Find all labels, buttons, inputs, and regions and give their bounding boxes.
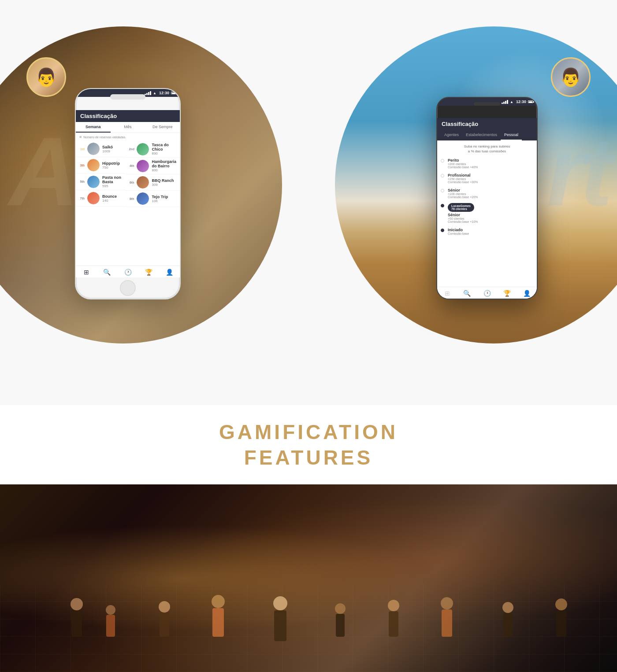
nav-profile[interactable]: 👤 [159, 269, 180, 276]
tab-estabelecimentos[interactable]: Estabelecimentos [462, 130, 501, 140]
level-info-profissional: Profissional >150 clientes Comissão base… [448, 173, 533, 184]
status-bar-left: ▲ 12:30 [76, 89, 180, 97]
phone-tabs-left: Semana Mês De Sempre [76, 122, 180, 133]
ranking-list: 1st Saikó 1009 3th Hippotrip 750 [76, 141, 180, 266]
profile-icon: 👤 [166, 269, 173, 276]
search-icon-right: 🔍 [463, 290, 471, 297]
level-info-senior-top: Sénior >100 clientes Comissão base +20% [448, 188, 533, 199]
home-icon: ⊞ [84, 269, 89, 276]
level-perito: Perito >200 clientes Comissão base +40% [441, 158, 533, 169]
avatar-right: 👨 [551, 57, 591, 97]
nav-clock-right[interactable]: 🕐 [477, 290, 497, 297]
tab-pessoal[interactable]: Pessoal [501, 130, 522, 140]
tab-de-sempre[interactable]: De Sempre [145, 122, 180, 133]
level-info-iniciado: Iniciado Comissão base [448, 228, 533, 235]
status-bar-right: ▲ 12:30 [437, 98, 537, 106]
deco-text-right: rt [547, 123, 608, 220]
item-info: Hippotrip 750 [102, 161, 122, 170]
list-item: 6th BBQ Ranch 309 [125, 174, 180, 191]
bottom-section [0, 484, 617, 672]
ranking-tabs: Agentes Estabelecimentos Pessoal [437, 130, 537, 140]
list-item: 4th Hamburgaria do Bairro 800 [125, 158, 180, 174]
nav-trophy-right[interactable]: 🏆 [497, 290, 517, 297]
item-count: 750 [102, 166, 122, 170]
list-header-left: Número de reservas validadas. [76, 133, 180, 141]
level-info-perito: Perito >200 clientes Comissão base +40% [448, 158, 533, 169]
list-item: 3th Hippotrip 750 [76, 157, 125, 174]
mid-section: GAMIFICATION FEATURES [0, 405, 617, 484]
clock-icon-right: 🕐 [483, 290, 491, 297]
level-dot-senior-active [441, 204, 444, 207]
item-avatar [87, 159, 100, 171]
clock-icon: 🕐 [124, 269, 132, 276]
rank-label: 8th [129, 197, 134, 200]
item-avatar [137, 192, 149, 205]
tab-semana[interactable]: Semana [76, 122, 111, 133]
list-item: 5th Pasta non Basta 595 [76, 174, 125, 190]
level-senior-top: Sénior >100 clientes Comissão base +20% [441, 188, 533, 199]
dancer-4 [212, 595, 225, 637]
nav-trophy[interactable]: 🏆 [138, 269, 159, 276]
status-time-right: 12:30 [516, 100, 526, 104]
level-info-senior-active: LucasGomes78 clientes Sénior >50 cliente… [448, 203, 533, 223]
item-name: Tejo Trip [152, 195, 176, 199]
phone-screen-right: Classificação Agentes Estabelecimentos P… [437, 118, 537, 299]
rank-label: 3th [79, 164, 85, 167]
list-item: 1st Saikó 1009 [76, 141, 125, 157]
dancer-3 [159, 601, 170, 637]
item-count: 1009 [102, 149, 122, 153]
home-icon-right: ⊞ [445, 290, 450, 297]
rank-label: 1st [79, 148, 85, 151]
search-icon: 🔍 [103, 269, 111, 276]
tab-agentes[interactable]: Agentes [441, 130, 462, 140]
rank-label: 2nd [129, 148, 134, 151]
wifi-icon: ▲ [153, 91, 156, 95]
list-item: 7th Bounce 140 [76, 190, 125, 207]
item-name: Bounce [102, 194, 122, 199]
signal-icon-right [502, 100, 508, 104]
phone-header-left: Classificação [76, 110, 180, 122]
dancer-2 [106, 605, 115, 637]
status-time-left: 12:30 [159, 91, 169, 95]
iphone-home-button[interactable] [120, 280, 136, 296]
phone-left: ▲ 12:30 Classificação Semana Mês De Semp… [75, 88, 181, 299]
header-title-left: Classificação [80, 113, 117, 119]
tab-mes[interactable]: Mês [111, 122, 145, 133]
user-bubble: LucasGomes78 clientes [448, 203, 474, 212]
item-name: Pasta non Basta [102, 175, 122, 184]
dancer-7 [388, 600, 399, 637]
battery-icon-right [528, 100, 533, 103]
nav-search[interactable]: 🔍 [97, 269, 117, 276]
nav-profile-right[interactable]: 👤 [517, 290, 537, 297]
ranking-body: Suba no ranking para subiresa % das tuas… [437, 140, 537, 287]
dancer-1 [71, 598, 83, 637]
nav-search-right[interactable]: 🔍 [457, 290, 477, 297]
header-title-right: Classificação [442, 121, 478, 127]
gamification-title: GAMIFICATION [219, 420, 398, 444]
nav-home[interactable]: ⊞ [76, 269, 97, 276]
item-count: 890 [152, 151, 176, 155]
bottom-nav-left: ⊞ 🔍 🕐 🏆 👤 [76, 266, 180, 277]
item-avatar [87, 192, 100, 204]
item-avatar [137, 143, 149, 155]
item-info: Bounce 140 [102, 194, 122, 203]
ranking-col-left: 1st Saikó 1009 3th Hippotrip 750 [76, 141, 125, 266]
item-name: Hippotrip [102, 161, 122, 166]
item-name: Saikó [102, 145, 122, 149]
gamification-subtitle: FEATURES [244, 446, 373, 469]
phone-screen-left: Classificação Semana Mês De Sempre Númer… [76, 110, 180, 277]
item-info: BBQ Ranch 309 [152, 178, 176, 187]
level-dot-senior-top [441, 189, 444, 192]
dancer-5 [273, 596, 287, 641]
dancer-10 [555, 598, 567, 637]
bottom-nav-right: ⊞ 🔍 🕐 🏆 👤 [437, 287, 537, 299]
phone-header-right: Classificação [437, 118, 537, 130]
item-name: Hamburgaria do Bairro [152, 159, 176, 168]
nav-home-right[interactable]: ⊞ [437, 290, 457, 297]
profile-icon-right: 👤 [523, 290, 531, 297]
nav-clock[interactable]: 🕐 [117, 269, 138, 276]
item-avatar [137, 160, 149, 172]
dance-floor-people [0, 484, 617, 672]
trophy-icon-right: 🏆 [503, 290, 511, 297]
item-avatar [87, 176, 100, 188]
